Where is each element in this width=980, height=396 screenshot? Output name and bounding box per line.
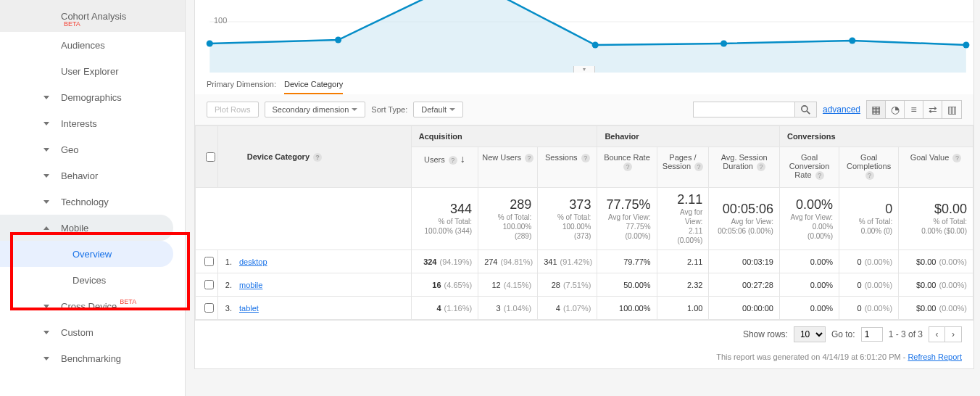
data-cell: 00:27:28 bbox=[709, 273, 780, 297]
group-acquisition: Acquisition bbox=[411, 126, 597, 147]
col-header[interactable]: Sessions ? bbox=[538, 147, 597, 188]
comparison-view-icon[interactable]: ⇄ bbox=[923, 101, 942, 118]
goto-input[interactable] bbox=[861, 327, 883, 342]
chart-svg bbox=[195, 0, 973, 73]
nav-benchmarking[interactable]: Benchmarking bbox=[0, 345, 185, 371]
next-page-button[interactable]: › bbox=[945, 327, 961, 342]
search-icon bbox=[801, 105, 810, 115]
help-icon[interactable]: ? bbox=[449, 156, 457, 165]
select-all-checkbox[interactable] bbox=[206, 152, 215, 162]
chart-ytick: 100 bbox=[214, 16, 227, 25]
table-search bbox=[693, 102, 817, 117]
data-cell: 100.00% bbox=[597, 297, 657, 320]
help-icon[interactable]: ? bbox=[757, 162, 765, 171]
nav-label: Cross Device bbox=[61, 301, 117, 312]
prev-page-button[interactable]: ‹ bbox=[929, 327, 945, 342]
data-cell: 0(0.00%) bbox=[839, 250, 899, 273]
col-header[interactable]: Goal Conversion Rate ? bbox=[779, 147, 839, 188]
help-icon[interactable]: ? bbox=[694, 162, 703, 171]
pager-buttons: ‹ › bbox=[929, 326, 962, 342]
data-cell: 79.77% bbox=[597, 250, 657, 273]
data-cell: 274(94.81%) bbox=[478, 250, 538, 273]
col-header[interactable]: Users ?↓ bbox=[411, 147, 478, 188]
nav-geo[interactable]: Geo bbox=[0, 136, 185, 162]
data-cell: 0.00% bbox=[779, 273, 839, 297]
row-checkbox[interactable] bbox=[204, 257, 214, 266]
chevron-down-icon bbox=[43, 331, 49, 334]
nav-label: Benchmarking bbox=[61, 353, 121, 364]
chevron-down-icon bbox=[43, 148, 49, 152]
help-icon[interactable]: ? bbox=[623, 162, 632, 171]
refresh-report-link[interactable]: Refresh Report bbox=[908, 352, 962, 361]
nav-label: Behavior bbox=[61, 170, 98, 181]
total-cell: 77.75%Avg for View:77.75% (0.00%) bbox=[597, 188, 657, 250]
drag-handle-icon[interactable]: ▾ bbox=[573, 66, 595, 73]
help-icon[interactable]: ? bbox=[581, 154, 590, 162]
total-cell: 00:05:06Avg for View:00:05:06 (0.00%) bbox=[709, 188, 780, 250]
group-behavior: Behavior bbox=[597, 126, 780, 147]
dim-col-header[interactable]: Device Category ? bbox=[217, 126, 411, 188]
plot-rows-button[interactable]: Plot Rows bbox=[207, 102, 259, 117]
nav-user-explorer[interactable]: User Explorer bbox=[0, 58, 185, 84]
content-area: 100 ... Apr 8 Apr 9 Apr 10 Apr 11 Apr 12… bbox=[186, 0, 980, 396]
pivot-view-icon[interactable]: ▥ bbox=[942, 101, 961, 118]
row-link[interactable]: tablet bbox=[239, 304, 259, 313]
group-conversions: Conversions bbox=[779, 126, 973, 147]
help-icon[interactable]: ? bbox=[525, 154, 533, 162]
view-switcher: ▦ ◔ ≡ ⇄ ▥ bbox=[866, 100, 962, 119]
data-cell: 341(91.42%) bbox=[538, 250, 597, 273]
col-header[interactable]: Goal Value ? bbox=[899, 147, 973, 188]
search-button[interactable] bbox=[794, 102, 817, 117]
nav-mobile[interactable]: Mobile bbox=[0, 215, 173, 241]
chevron-up-icon bbox=[43, 226, 49, 230]
sort-type-dropdown[interactable]: Default bbox=[413, 102, 463, 117]
data-cell: 2.32 bbox=[657, 273, 709, 297]
nav-mobile-devices[interactable]: Devices bbox=[0, 267, 185, 293]
nav-custom[interactable]: Custom bbox=[0, 319, 185, 345]
secondary-dimension-dropdown[interactable]: Secondary dimension bbox=[265, 102, 366, 117]
col-header[interactable]: Bounce Rate ? bbox=[597, 147, 657, 188]
row-link[interactable]: desktop bbox=[239, 257, 267, 266]
search-input[interactable] bbox=[693, 102, 794, 117]
nav-behavior[interactable]: Behavior bbox=[0, 162, 185, 189]
nav-cohort-analysis[interactable]: Cohort Analysis BETA bbox=[0, 0, 185, 32]
data-cell: 50.00% bbox=[597, 273, 657, 297]
nav-cross-device[interactable]: Cross Device BETA bbox=[0, 293, 185, 319]
nav-audiences[interactable]: Audiences bbox=[0, 32, 185, 58]
primary-dimension-label: Primary Dimension: bbox=[207, 80, 276, 88]
nav-sub-label: Overview bbox=[72, 249, 112, 260]
col-header[interactable]: Goal Completions ? bbox=[839, 147, 899, 188]
data-cell: 16(4.65%) bbox=[411, 273, 478, 297]
total-cell: 373% of Total:100.00% (373) bbox=[538, 188, 597, 250]
col-header[interactable]: Avg. Session Duration ? bbox=[709, 147, 780, 188]
data-cell: 00:00:00 bbox=[709, 297, 780, 320]
table-view-icon[interactable]: ▦ bbox=[867, 101, 886, 118]
rows-select[interactable]: 10 bbox=[794, 326, 826, 342]
table-toolbar: Plot Rows Secondary dimension Sort Type:… bbox=[195, 94, 973, 125]
primary-dimension-active[interactable]: Device Category bbox=[284, 80, 343, 94]
bar-view-icon[interactable]: ≡ bbox=[905, 101, 923, 118]
sort-type-label: Sort Type: bbox=[371, 105, 407, 114]
pie-view-icon[interactable]: ◔ bbox=[886, 101, 905, 118]
data-cell: $0.00(0.00%) bbox=[899, 250, 973, 273]
nav-interests[interactable]: Interests bbox=[0, 110, 185, 136]
secondary-dimension-label: Secondary dimension bbox=[273, 105, 349, 114]
svg-point-2 bbox=[335, 37, 341, 44]
row-checkbox[interactable] bbox=[204, 280, 214, 289]
help-icon[interactable]: ? bbox=[865, 171, 874, 180]
col-header[interactable]: Pages / Session ? bbox=[657, 147, 709, 188]
nav-label: Mobile bbox=[61, 223, 88, 234]
nav-demographics[interactable]: Demographics bbox=[0, 84, 185, 110]
col-header[interactable]: New Users ? bbox=[478, 147, 538, 188]
chevron-down-icon bbox=[43, 305, 49, 308]
row-checkbox[interactable] bbox=[204, 303, 214, 313]
nav-mobile-overview[interactable]: Overview bbox=[0, 241, 173, 267]
row-link[interactable]: mobile bbox=[239, 281, 262, 289]
help-icon[interactable]: ? bbox=[815, 171, 824, 180]
total-cell: $0.00% of Total:0.00% ($0.00) bbox=[899, 188, 973, 250]
advanced-link[interactable]: advanced bbox=[823, 104, 860, 115]
help-icon[interactable]: ? bbox=[952, 154, 961, 162]
nav-technology[interactable]: Technology bbox=[0, 189, 185, 215]
svg-line-8 bbox=[807, 111, 810, 114]
help-icon[interactable]: ? bbox=[313, 153, 322, 162]
